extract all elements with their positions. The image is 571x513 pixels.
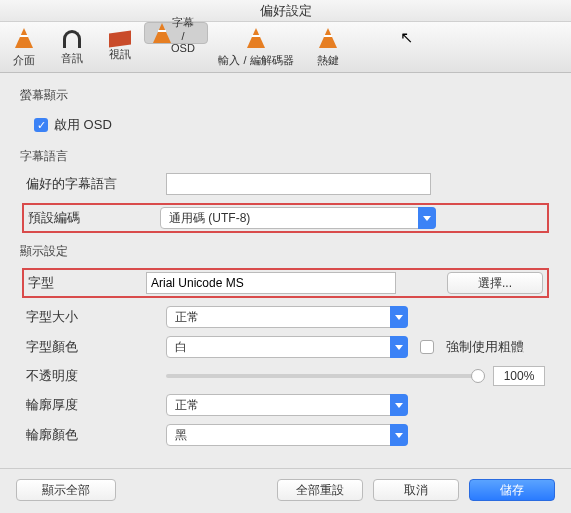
chevron-down-icon <box>390 424 408 446</box>
tab-audio[interactable]: 音訊 <box>48 22 96 72</box>
cone-icon <box>319 28 337 48</box>
font-input[interactable] <box>146 272 396 294</box>
subtitle-lang-section-header: 字幕語言 <box>20 148 551 165</box>
font-color-select[interactable]: 白 <box>166 336 408 358</box>
show-all-button[interactable]: 顯示全部 <box>16 479 116 501</box>
opacity-label: 不透明度 <box>26 367 166 385</box>
default-encoding-select[interactable]: 通用碼 (UTF-8) <box>160 207 436 229</box>
tab-hotkeys-label: 熱鍵 <box>304 53 352 68</box>
outline-color-label: 輪廓顏色 <box>26 426 166 444</box>
tab-audio-label: 音訊 <box>48 51 96 66</box>
opacity-value[interactable]: 100% <box>493 366 545 386</box>
tab-video-label: 視訊 <box>96 47 144 62</box>
cone-icon <box>247 28 265 48</box>
opacity-slider[interactable] <box>166 374 485 378</box>
font-row: 字型 選擇... <box>22 268 549 298</box>
outline-color-select[interactable]: 黑 <box>166 424 408 446</box>
choose-font-button[interactable]: 選擇... <box>447 272 543 294</box>
toolbar: 介面 音訊 視訊 字幕 / OSD 輸入 / 編解碼器 熱鍵 <box>0 22 571 73</box>
force-bold-checkbox[interactable] <box>420 340 434 354</box>
default-encoding-label: 預設編碼 <box>28 209 160 227</box>
chevron-down-icon <box>418 207 436 229</box>
font-label: 字型 <box>28 274 146 292</box>
outline-thickness-select[interactable]: 正常 <box>166 394 408 416</box>
tab-interface[interactable]: 介面 <box>0 22 48 72</box>
font-color-label: 字型顏色 <box>26 338 166 356</box>
tab-input-codecs[interactable]: 輸入 / 編解碼器 <box>208 22 304 72</box>
pref-lang-input[interactable] <box>166 173 431 195</box>
chevron-down-icon <box>390 394 408 416</box>
window-title: 偏好設定 <box>0 0 571 22</box>
tab-interface-label: 介面 <box>0 53 48 68</box>
film-icon <box>109 30 131 47</box>
enable-osd-checkbox[interactable]: ✓ <box>34 118 48 132</box>
tab-subtitle-label: 字幕 / OSD <box>171 15 195 54</box>
tab-hotkeys[interactable]: 熱鍵 <box>304 22 352 72</box>
font-size-label: 字型大小 <box>26 308 166 326</box>
bottom-button-bar: 顯示全部 全部重設 取消 儲存 <box>0 468 571 513</box>
display-settings-section-header: 顯示設定 <box>20 243 551 260</box>
slider-thumb[interactable] <box>471 369 485 383</box>
headphones-icon <box>63 30 81 48</box>
outline-thickness-label: 輪廓厚度 <box>26 396 166 414</box>
pref-lang-label: 偏好的字幕語言 <box>26 175 166 193</box>
osd-section-header: 螢幕顯示 <box>20 87 551 104</box>
chevron-down-icon <box>390 306 408 328</box>
save-button[interactable]: 儲存 <box>469 479 555 501</box>
reset-all-button[interactable]: 全部重設 <box>277 479 363 501</box>
cancel-button[interactable]: 取消 <box>373 479 459 501</box>
cone-icon <box>153 23 171 43</box>
tab-video[interactable]: 視訊 <box>96 22 144 72</box>
cone-icon <box>15 28 33 48</box>
default-encoding-row: 預設編碼 通用碼 (UTF-8) <box>22 203 549 233</box>
force-bold-label: 強制使用粗體 <box>446 338 524 356</box>
tab-subtitle-osd[interactable]: 字幕 / OSD <box>144 22 208 44</box>
enable-osd-label: 啟用 OSD <box>54 116 112 134</box>
chevron-down-icon <box>390 336 408 358</box>
tab-input-label: 輸入 / 編解碼器 <box>208 53 304 68</box>
font-size-select[interactable]: 正常 <box>166 306 408 328</box>
